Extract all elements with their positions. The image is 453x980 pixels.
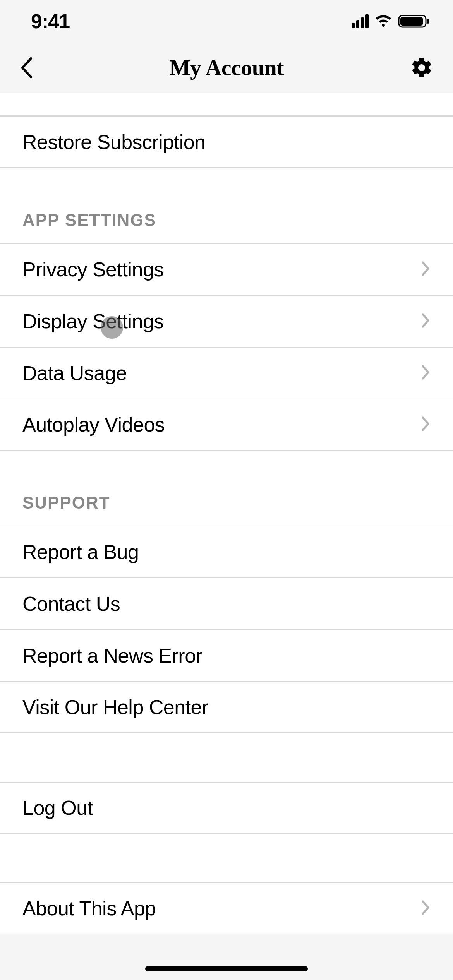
section-header-app-settings: APP SETTINGS bbox=[0, 168, 453, 243]
chevron-right-icon bbox=[420, 365, 431, 382]
data-usage-row[interactable]: Data Usage bbox=[0, 347, 453, 399]
chevron-right-icon bbox=[420, 900, 431, 917]
row-label: Display Settings bbox=[22, 310, 164, 333]
chevron-right-icon bbox=[420, 261, 431, 278]
status-indicators bbox=[352, 14, 430, 29]
display-settings-row[interactable]: Display Settings bbox=[0, 295, 453, 347]
help-center-row[interactable]: Visit Our Help Center bbox=[0, 681, 453, 733]
svg-rect-1 bbox=[400, 17, 423, 26]
battery-icon bbox=[398, 14, 430, 29]
scroll-spacer-top bbox=[0, 93, 453, 116]
section-gap bbox=[0, 834, 453, 882]
row-label: Log Out bbox=[22, 796, 93, 819]
back-button[interactable] bbox=[19, 54, 46, 81]
nav-header: My Account bbox=[0, 43, 453, 93]
status-time: 9:41 bbox=[31, 10, 70, 33]
contact-us-row[interactable]: Contact Us bbox=[0, 577, 453, 629]
section-header-support: SUPPORT bbox=[0, 451, 453, 526]
row-label: Contact Us bbox=[22, 592, 120, 615]
row-label: Visit Our Help Center bbox=[22, 696, 208, 719]
row-label: Privacy Settings bbox=[22, 258, 164, 281]
svg-rect-2 bbox=[427, 19, 429, 24]
log-out-row[interactable]: Log Out bbox=[0, 782, 453, 834]
home-indicator bbox=[145, 966, 308, 971]
wifi-icon bbox=[374, 14, 393, 28]
chevron-right-icon bbox=[420, 416, 431, 433]
page-title: My Account bbox=[169, 55, 284, 81]
row-label: Autoplay Videos bbox=[22, 413, 165, 436]
privacy-settings-row[interactable]: Privacy Settings bbox=[0, 243, 453, 295]
section-gap bbox=[0, 733, 453, 782]
gear-icon bbox=[410, 56, 434, 80]
row-label: Report a News Error bbox=[22, 644, 202, 667]
row-label: Data Usage bbox=[22, 362, 127, 385]
report-bug-row[interactable]: Report a Bug bbox=[0, 526, 453, 577]
row-label: Restore Subscription bbox=[22, 130, 206, 154]
settings-button[interactable] bbox=[407, 54, 434, 81]
autoplay-videos-row[interactable]: Autoplay Videos bbox=[0, 399, 453, 451]
chevron-left-icon bbox=[19, 56, 35, 79]
restore-subscription-row[interactable]: Restore Subscription bbox=[0, 116, 453, 168]
row-label: Report a Bug bbox=[22, 540, 139, 564]
about-app-row[interactable]: About This App bbox=[0, 882, 453, 934]
report-news-error-row[interactable]: Report a News Error bbox=[0, 629, 453, 681]
chevron-right-icon bbox=[420, 313, 431, 330]
cellular-signal-icon bbox=[352, 14, 369, 28]
row-label: About This App bbox=[22, 897, 156, 920]
status-bar: 9:41 bbox=[0, 0, 453, 43]
